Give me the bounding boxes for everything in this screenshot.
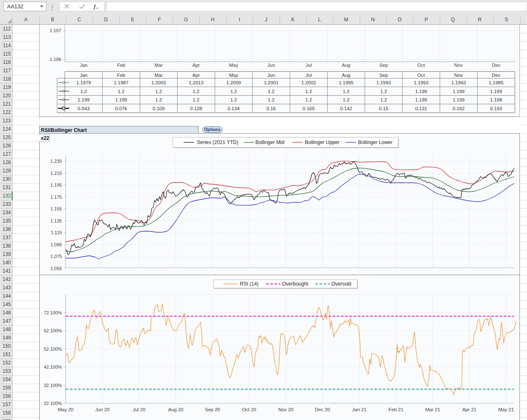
svg-text:x: x — [96, 6, 98, 10]
svg-text:f: f — [94, 3, 96, 10]
